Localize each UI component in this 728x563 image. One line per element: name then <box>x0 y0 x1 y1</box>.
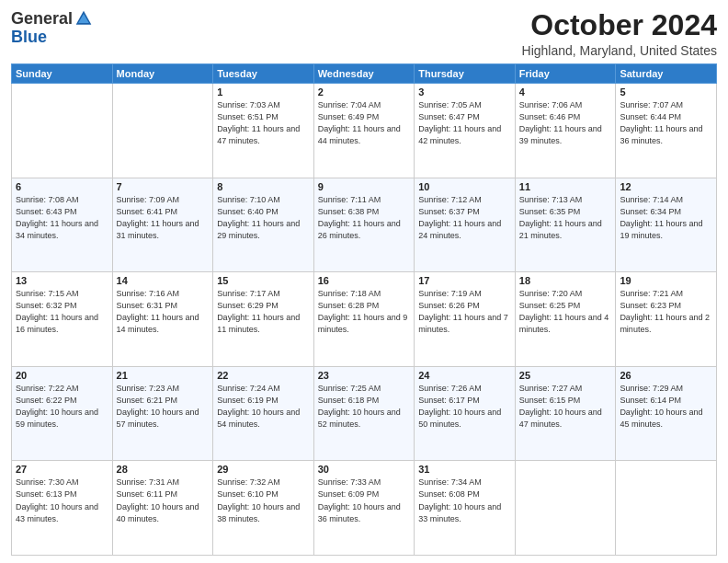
day-info: Sunrise: 7:34 AM Sunset: 6:08 PM Dayligh… <box>418 477 511 524</box>
calendar-cell <box>616 461 717 556</box>
calendar-cell: 27Sunrise: 7:30 AM Sunset: 6:13 PM Dayli… <box>12 461 113 556</box>
calendar-cell <box>12 84 113 178</box>
calendar-week-row: 13Sunrise: 7:15 AM Sunset: 6:32 PM Dayli… <box>12 272 717 367</box>
calendar-day-header: Saturday <box>616 64 717 84</box>
day-number: 3 <box>418 86 511 98</box>
calendar-cell: 20Sunrise: 7:22 AM Sunset: 6:22 PM Dayli… <box>12 366 113 461</box>
day-number: 10 <box>418 181 511 192</box>
day-number: 17 <box>418 275 511 286</box>
day-info: Sunrise: 7:16 AM Sunset: 6:31 PM Dayligh… <box>117 288 210 336</box>
day-info: Sunrise: 7:17 AM Sunset: 6:29 PM Dayligh… <box>217 288 310 336</box>
day-info: Sunrise: 7:05 AM Sunset: 6:47 PM Dayligh… <box>418 99 511 147</box>
day-number: 29 <box>217 464 310 475</box>
day-number: 19 <box>620 275 712 286</box>
day-info: Sunrise: 7:22 AM Sunset: 6:22 PM Dayligh… <box>16 383 108 431</box>
logo-icon <box>74 9 93 28</box>
logo-blue-text: Blue <box>11 28 47 47</box>
calendar-cell: 2Sunrise: 7:04 AM Sunset: 6:49 PM Daylig… <box>313 84 415 178</box>
day-info: Sunrise: 7:15 AM Sunset: 6:32 PM Dayligh… <box>16 288 108 336</box>
calendar-day-header: Thursday <box>415 64 516 84</box>
calendar-cell: 18Sunrise: 7:20 AM Sunset: 6:25 PM Dayli… <box>515 272 616 367</box>
calendar-week-row: 20Sunrise: 7:22 AM Sunset: 6:22 PM Dayli… <box>12 366 717 461</box>
calendar-cell: 22Sunrise: 7:24 AM Sunset: 6:19 PM Dayli… <box>213 366 314 461</box>
day-number: 28 <box>117 464 210 475</box>
calendar-cell: 30Sunrise: 7:33 AM Sunset: 6:09 PM Dayli… <box>313 461 415 556</box>
day-number: 25 <box>519 370 612 381</box>
day-number: 21 <box>117 370 210 381</box>
day-info: Sunrise: 7:13 AM Sunset: 6:35 PM Dayligh… <box>519 194 612 242</box>
day-info: Sunrise: 7:26 AM Sunset: 6:17 PM Dayligh… <box>418 383 511 431</box>
day-number: 23 <box>318 370 411 381</box>
day-info: Sunrise: 7:33 AM Sunset: 6:09 PM Dayligh… <box>318 477 411 524</box>
day-info: Sunrise: 7:18 AM Sunset: 6:28 PM Dayligh… <box>318 288 411 336</box>
day-info: Sunrise: 7:20 AM Sunset: 6:25 PM Dayligh… <box>519 288 612 336</box>
calendar-week-row: 6Sunrise: 7:08 AM Sunset: 6:43 PM Daylig… <box>12 178 717 272</box>
calendar-week-row: 27Sunrise: 7:30 AM Sunset: 6:13 PM Dayli… <box>12 461 717 556</box>
calendar-cell: 23Sunrise: 7:25 AM Sunset: 6:18 PM Dayli… <box>313 366 415 461</box>
calendar-cell: 24Sunrise: 7:26 AM Sunset: 6:17 PM Dayli… <box>415 366 516 461</box>
calendar-cell: 6Sunrise: 7:08 AM Sunset: 6:43 PM Daylig… <box>12 178 113 272</box>
calendar-cell: 12Sunrise: 7:14 AM Sunset: 6:34 PM Dayli… <box>616 178 717 272</box>
day-number: 16 <box>318 275 411 286</box>
day-info: Sunrise: 7:21 AM Sunset: 6:23 PM Dayligh… <box>620 288 712 336</box>
day-number: 12 <box>620 181 712 192</box>
calendar-cell: 19Sunrise: 7:21 AM Sunset: 6:23 PM Dayli… <box>616 272 717 367</box>
day-info: Sunrise: 7:10 AM Sunset: 6:40 PM Dayligh… <box>217 194 310 242</box>
calendar-cell: 8Sunrise: 7:10 AM Sunset: 6:40 PM Daylig… <box>213 178 314 272</box>
header: General Blue October 2024 Highland, Mary… <box>11 9 717 58</box>
calendar-cell: 13Sunrise: 7:15 AM Sunset: 6:32 PM Dayli… <box>12 272 113 367</box>
day-number: 13 <box>16 275 108 286</box>
day-info: Sunrise: 7:09 AM Sunset: 6:41 PM Dayligh… <box>117 194 210 242</box>
day-number: 6 <box>16 181 108 192</box>
day-info: Sunrise: 7:19 AM Sunset: 6:26 PM Dayligh… <box>418 288 511 336</box>
subtitle: Highland, Maryland, United States <box>522 43 717 58</box>
calendar-cell: 4Sunrise: 7:06 AM Sunset: 6:46 PM Daylig… <box>515 84 616 178</box>
calendar-cell: 17Sunrise: 7:19 AM Sunset: 6:26 PM Dayli… <box>415 272 516 367</box>
calendar-cell: 15Sunrise: 7:17 AM Sunset: 6:29 PM Dayli… <box>213 272 314 367</box>
calendar-week-row: 1Sunrise: 7:03 AM Sunset: 6:51 PM Daylig… <box>12 84 717 178</box>
calendar-cell: 26Sunrise: 7:29 AM Sunset: 6:14 PM Dayli… <box>616 366 717 461</box>
day-number: 14 <box>117 275 210 286</box>
calendar-cell: 7Sunrise: 7:09 AM Sunset: 6:41 PM Daylig… <box>112 178 213 272</box>
day-info: Sunrise: 7:32 AM Sunset: 6:10 PM Dayligh… <box>217 477 310 524</box>
day-info: Sunrise: 7:23 AM Sunset: 6:21 PM Dayligh… <box>117 383 210 431</box>
day-info: Sunrise: 7:06 AM Sunset: 6:46 PM Dayligh… <box>519 99 612 147</box>
day-info: Sunrise: 7:04 AM Sunset: 6:49 PM Dayligh… <box>318 99 411 147</box>
calendar-cell: 1Sunrise: 7:03 AM Sunset: 6:51 PM Daylig… <box>213 84 314 178</box>
day-number: 22 <box>217 370 310 381</box>
calendar-cell: 16Sunrise: 7:18 AM Sunset: 6:28 PM Dayli… <box>313 272 415 367</box>
day-number: 18 <box>519 275 612 286</box>
calendar-cell: 11Sunrise: 7:13 AM Sunset: 6:35 PM Dayli… <box>515 178 616 272</box>
calendar-day-header: Tuesday <box>213 64 314 84</box>
day-number: 5 <box>620 86 712 98</box>
day-number: 20 <box>16 370 108 381</box>
day-info: Sunrise: 7:27 AM Sunset: 6:15 PM Dayligh… <box>519 383 612 431</box>
day-number: 9 <box>318 181 411 192</box>
day-info: Sunrise: 7:14 AM Sunset: 6:34 PM Dayligh… <box>620 194 712 242</box>
day-number: 4 <box>519 86 612 98</box>
calendar-cell <box>112 84 213 178</box>
calendar-cell: 10Sunrise: 7:12 AM Sunset: 6:37 PM Dayli… <box>415 178 516 272</box>
title-section: October 2024 Highland, Maryland, United … <box>522 9 717 58</box>
day-number: 27 <box>16 464 108 475</box>
day-number: 8 <box>217 181 310 192</box>
day-number: 11 <box>519 181 612 192</box>
day-number: 24 <box>418 370 511 381</box>
calendar-cell: 25Sunrise: 7:27 AM Sunset: 6:15 PM Dayli… <box>515 366 616 461</box>
day-number: 2 <box>318 86 411 98</box>
logo: General Blue <box>11 9 93 47</box>
day-info: Sunrise: 7:11 AM Sunset: 6:38 PM Dayligh… <box>318 194 411 242</box>
day-info: Sunrise: 7:07 AM Sunset: 6:44 PM Dayligh… <box>620 99 712 147</box>
calendar-header-row: SundayMondayTuesdayWednesdayThursdayFrid… <box>12 64 717 84</box>
day-number: 15 <box>217 275 310 286</box>
calendar-cell: 29Sunrise: 7:32 AM Sunset: 6:10 PM Dayli… <box>213 461 314 556</box>
calendar-cell: 3Sunrise: 7:05 AM Sunset: 6:47 PM Daylig… <box>415 84 516 178</box>
calendar-cell: 28Sunrise: 7:31 AM Sunset: 6:11 PM Dayli… <box>112 461 213 556</box>
day-info: Sunrise: 7:25 AM Sunset: 6:18 PM Dayligh… <box>318 383 411 431</box>
day-number: 30 <box>318 464 411 475</box>
calendar-day-header: Sunday <box>12 64 113 84</box>
calendar-table: SundayMondayTuesdayWednesdayThursdayFrid… <box>11 63 717 556</box>
calendar-cell: 5Sunrise: 7:07 AM Sunset: 6:44 PM Daylig… <box>616 84 717 178</box>
day-info: Sunrise: 7:08 AM Sunset: 6:43 PM Dayligh… <box>16 194 108 242</box>
calendar-day-header: Friday <box>515 64 616 84</box>
